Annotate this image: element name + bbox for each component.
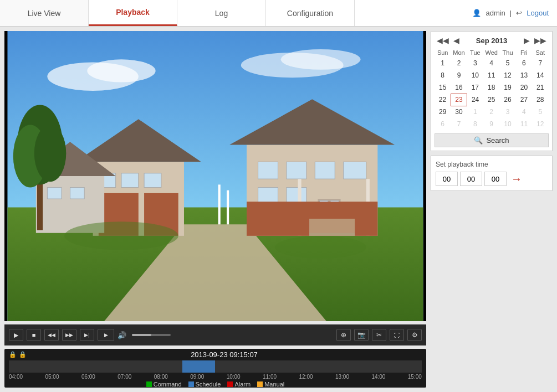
cal-next-button[interactable]: ▶ xyxy=(522,35,532,46)
calendar-day[interactable]: 19 xyxy=(499,81,515,94)
stop-button[interactable]: ■ xyxy=(27,329,41,341)
calendar-day[interactable]: 13 xyxy=(516,69,532,81)
tab-playback[interactable]: Playback xyxy=(89,0,177,26)
search-button[interactable]: 🔍 Search xyxy=(435,133,549,147)
calendar-header: ◀◀ ◀ Sep 2013 ▶ ▶▶ xyxy=(435,35,549,46)
calendar-day[interactable]: 12 xyxy=(499,69,515,81)
cal-header-thu: Thu xyxy=(499,48,515,57)
legend-manual: Manual xyxy=(257,381,284,388)
volume-icon: 🔊 xyxy=(117,331,126,339)
calendar-day: 12 xyxy=(532,118,548,130)
user-icon: 👤 xyxy=(472,9,481,17)
timeline-lock-icon2[interactable]: 🔒 xyxy=(19,351,27,358)
timeline-lock-icon1[interactable]: 🔒 xyxy=(9,351,17,358)
header: Live View Playback Log Configuration 👤 a… xyxy=(0,0,557,27)
rewind-button[interactable]: ◀◀ xyxy=(44,329,59,341)
calendar-day[interactable]: 8 xyxy=(435,69,451,81)
calendar-day: 2 xyxy=(483,106,499,118)
svg-rect-30 xyxy=(47,188,62,199)
calendar-grid: Sun Mon Tue Wed Thu Fri Sat 123456789101… xyxy=(435,48,549,130)
legend-alarm-label: Alarm xyxy=(234,381,251,388)
calendar-day: 10 xyxy=(499,118,515,130)
tab-live-view[interactable]: Live View xyxy=(0,0,89,26)
legend-alarm: Alarm xyxy=(227,381,251,388)
calendar-day[interactable]: 30 xyxy=(451,106,467,118)
ptp-minute-input[interactable] xyxy=(460,172,482,186)
play-button[interactable]: ▶ xyxy=(9,329,23,341)
svg-rect-37 xyxy=(227,190,229,225)
legend-command: Command xyxy=(146,381,182,388)
logout-link[interactable]: Logout xyxy=(527,9,549,17)
fast-forward-button[interactable]: ▶▶ xyxy=(62,329,76,341)
tab-configuration[interactable]: Configuration xyxy=(266,0,355,26)
slow-button[interactable]: ▶ xyxy=(98,329,114,341)
legend-manual-dot xyxy=(257,381,263,387)
calendar-day[interactable]: 22 xyxy=(435,94,451,106)
calendar-day[interactable]: 7 xyxy=(532,57,548,69)
calendar-day[interactable]: 5 xyxy=(499,57,515,69)
legend-schedule-label: Schedule xyxy=(196,381,221,388)
fullscreen-button[interactable]: ⛶ xyxy=(390,329,404,341)
calendar-day[interactable]: 21 xyxy=(532,81,548,94)
zoom-in-button[interactable]: ⊕ xyxy=(336,329,351,341)
legend-command-dot xyxy=(146,381,152,387)
calendar-day[interactable]: 23 xyxy=(451,94,467,106)
calendar-day[interactable]: 4 xyxy=(483,57,499,69)
cal-prev-prev-button[interactable]: ◀◀ xyxy=(435,35,451,46)
ptp-second-input[interactable] xyxy=(484,172,507,186)
calendar-day[interactable]: 26 xyxy=(499,94,515,106)
tab-log[interactable]: Log xyxy=(177,0,266,26)
calendar-day[interactable]: 14 xyxy=(532,69,548,81)
cal-header-mon: Mon xyxy=(451,48,467,57)
calendar-day[interactable]: 28 xyxy=(532,94,548,106)
timeline-datetime: 2013-09-23 09:15:07 xyxy=(27,350,422,359)
cal-prev-button[interactable]: ◀ xyxy=(451,35,462,46)
step-forward-button[interactable]: ▶| xyxy=(80,329,94,341)
calendar-day: 5 xyxy=(532,106,548,118)
ptp-inputs: → xyxy=(436,172,548,186)
calendar-day[interactable]: 1 xyxy=(435,57,451,69)
calendar-day[interactable]: 11 xyxy=(483,69,499,81)
calendar-day: 3 xyxy=(499,106,515,118)
right-panel: ◀◀ ◀ Sep 2013 ▶ ▶▶ Sun Mon Tue Wed Thu F… xyxy=(431,31,553,388)
ptp-go-button[interactable]: → xyxy=(509,173,524,185)
search-label: Search xyxy=(486,136,509,145)
logout-icon: ↩ xyxy=(516,9,522,17)
calendar-day[interactable]: 18 xyxy=(483,81,499,94)
volume-fill xyxy=(132,334,151,336)
clip-button[interactable]: ✂ xyxy=(372,329,386,341)
timeline-area: 🔒 🔒 2013-09-23 09:15:07 04:00 05:00 06:0… xyxy=(4,349,426,388)
calendar-day[interactable]: 3 xyxy=(467,57,483,69)
svg-rect-11 xyxy=(315,162,335,179)
cal-next-next-button[interactable]: ▶▶ xyxy=(532,35,549,46)
svg-rect-36 xyxy=(218,184,221,224)
settings-button[interactable]: ⚙ xyxy=(407,329,422,341)
calendar-day[interactable]: 29 xyxy=(435,106,451,118)
calendar-day[interactable]: 10 xyxy=(467,69,483,81)
timeline-track[interactable] xyxy=(9,360,422,373)
svg-rect-12 xyxy=(344,162,366,179)
svg-point-35 xyxy=(34,125,67,182)
calendar-day[interactable]: 17 xyxy=(467,81,483,94)
legend-schedule-dot xyxy=(188,381,194,387)
svg-rect-41 xyxy=(309,233,355,236)
calendar-day[interactable]: 6 xyxy=(516,57,532,69)
calendar-day[interactable]: 9 xyxy=(451,69,467,81)
snapshot-button[interactable]: 📷 xyxy=(354,329,369,341)
calendar-day[interactable]: 20 xyxy=(516,81,532,94)
ptp-label: Set playback time xyxy=(436,161,548,168)
calendar-day[interactable]: 16 xyxy=(451,81,467,94)
calendar-day[interactable]: 2 xyxy=(451,57,467,69)
timeline-labels: 04:00 05:00 06:00 07:00 08:00 09:00 10:0… xyxy=(4,373,426,380)
header-right: 👤 admin | ↩ Logout xyxy=(464,0,557,26)
calendar-day[interactable]: 27 xyxy=(516,94,532,106)
ptp-hour-input[interactable] xyxy=(436,172,458,186)
playback-time-panel: Set playback time → xyxy=(431,156,553,191)
svg-rect-24 xyxy=(121,173,139,188)
cal-header-fri: Fri xyxy=(516,48,532,57)
calendar-day[interactable]: 15 xyxy=(435,81,451,94)
volume-slider[interactable] xyxy=(132,334,171,336)
svg-rect-10 xyxy=(287,162,306,179)
calendar-day[interactable]: 25 xyxy=(483,94,499,106)
calendar-day[interactable]: 24 xyxy=(467,94,483,106)
